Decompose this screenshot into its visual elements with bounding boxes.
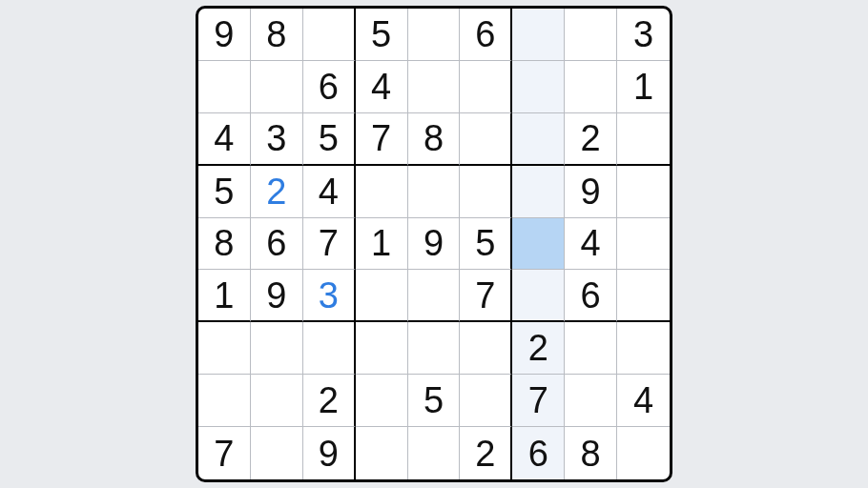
sudoku-cell-r5-c8[interactable] [617,270,670,322]
sudoku-cell-r0-c0[interactable]: 9 [198,9,251,61]
sudoku-cell-r3-c2[interactable]: 4 [303,166,356,218]
sudoku-cell-r1-c8[interactable]: 1 [617,61,670,113]
sudoku-cell-r8-c7[interactable]: 8 [565,427,617,479]
sudoku-cell-r7-c1[interactable] [251,375,303,427]
sudoku-cell-r7-c7[interactable] [565,375,617,427]
sudoku-cell-r5-c6[interactable] [512,270,565,322]
sudoku-cell-r3-c1[interactable]: 2 [251,166,303,218]
sudoku-cell-r2-c7[interactable]: 2 [565,113,617,166]
sudoku-cell-r1-c6[interactable] [512,61,565,113]
sudoku-cell-r4-c0[interactable]: 8 [198,218,251,271]
sudoku-cell-r2-c3[interactable]: 7 [356,113,408,166]
sudoku-cell-r8-c1[interactable] [251,427,303,479]
sudoku-cell-r6-c6[interactable]: 2 [512,322,565,375]
sudoku-cell-r5-c1[interactable]: 9 [251,270,303,322]
sudoku-cell-r8-c0[interactable]: 7 [198,427,251,479]
sudoku-cell-r4-c1[interactable]: 6 [251,218,303,271]
sudoku-cell-r3-c6[interactable] [512,166,565,218]
sudoku-cell-r0-c5[interactable]: 6 [460,9,512,61]
sudoku-cell-r3-c7[interactable]: 9 [565,166,617,218]
sudoku-cell-r1-c7[interactable] [565,61,617,113]
sudoku-cell-r7-c4[interactable]: 5 [408,375,461,427]
sudoku-cell-r4-c6[interactable] [512,218,565,271]
sudoku-cell-r2-c5[interactable] [460,113,512,166]
sudoku-cell-r8-c2[interactable]: 9 [303,427,356,479]
sudoku-cell-r3-c5[interactable] [460,166,512,218]
sudoku-cell-r3-c0[interactable]: 5 [198,166,251,218]
sudoku-cell-r7-c2[interactable]: 2 [303,375,356,427]
sudoku-cell-r3-c3[interactable] [356,166,408,218]
sudoku-cell-r8-c5[interactable]: 2 [460,427,512,479]
sudoku-cell-r7-c6[interactable]: 7 [512,375,565,427]
sudoku-cell-r6-c2[interactable] [303,322,356,375]
sudoku-cell-r6-c4[interactable] [408,322,461,375]
sudoku-cell-r6-c0[interactable] [198,322,251,375]
sudoku-cell-r6-c3[interactable] [356,322,408,375]
sudoku-cell-r2-c4[interactable]: 8 [408,113,461,166]
sudoku-cell-r5-c3[interactable] [356,270,408,322]
sudoku-cell-r7-c8[interactable]: 4 [617,375,670,427]
sudoku-cell-r0-c8[interactable]: 3 [617,9,670,61]
sudoku-cell-r0-c2[interactable] [303,9,356,61]
sudoku-cell-r1-c5[interactable] [460,61,512,113]
sudoku-cell-r6-c7[interactable] [565,322,617,375]
sudoku-cell-r2-c1[interactable]: 3 [251,113,303,166]
sudoku-cell-r5-c0[interactable]: 1 [198,270,251,322]
sudoku-cell-r5-c5[interactable]: 7 [460,270,512,322]
sudoku-cell-r1-c0[interactable] [198,61,251,113]
sudoku-cell-r3-c8[interactable] [617,166,670,218]
sudoku-cell-r1-c2[interactable]: 6 [303,61,356,113]
sudoku-board[interactable]: 9856364143578252498671954193762257479268 [196,6,672,482]
sudoku-cell-r7-c0[interactable] [198,375,251,427]
sudoku-cell-r7-c3[interactable] [356,375,408,427]
sudoku-cell-r2-c8[interactable] [617,113,670,166]
sudoku-cell-r0-c3[interactable]: 5 [356,9,408,61]
sudoku-cell-r5-c4[interactable] [408,270,461,322]
sudoku-cell-r0-c6[interactable] [512,9,565,61]
sudoku-cell-r6-c8[interactable] [617,322,670,375]
sudoku-cell-r4-c2[interactable]: 7 [303,218,356,271]
sudoku-cell-r0-c4[interactable] [408,9,461,61]
sudoku-cell-r6-c1[interactable] [251,322,303,375]
sudoku-cell-r5-c2[interactable]: 3 [303,270,356,322]
sudoku-cell-r6-c5[interactable] [460,322,512,375]
sudoku-cell-r2-c6[interactable] [512,113,565,166]
sudoku-cell-r0-c7[interactable] [565,9,617,61]
sudoku-cell-r4-c5[interactable]: 5 [460,218,512,271]
sudoku-cell-r8-c8[interactable] [617,427,670,479]
sudoku-cell-r0-c1[interactable]: 8 [251,9,303,61]
sudoku-cell-r5-c7[interactable]: 6 [565,270,617,322]
sudoku-cell-r1-c4[interactable] [408,61,461,113]
app-frame: 9856364143578252498671954193762257479268 [0,0,868,488]
sudoku-cell-r2-c2[interactable]: 5 [303,113,356,166]
sudoku-cell-r4-c4[interactable]: 9 [408,218,461,271]
sudoku-cell-r1-c3[interactable]: 4 [356,61,408,113]
sudoku-cell-r2-c0[interactable]: 4 [198,113,251,166]
sudoku-cell-r3-c4[interactable] [408,166,461,218]
sudoku-cell-r8-c3[interactable] [356,427,408,479]
sudoku-cell-r8-c4[interactable] [408,427,461,479]
sudoku-cell-r4-c8[interactable] [617,218,670,271]
sudoku-cell-r1-c1[interactable] [251,61,303,113]
sudoku-cell-r8-c6[interactable]: 6 [512,427,565,479]
sudoku-cell-r4-c3[interactable]: 1 [356,218,408,271]
sudoku-cell-r7-c5[interactable] [460,375,512,427]
sudoku-cell-r4-c7[interactable]: 4 [565,218,617,271]
